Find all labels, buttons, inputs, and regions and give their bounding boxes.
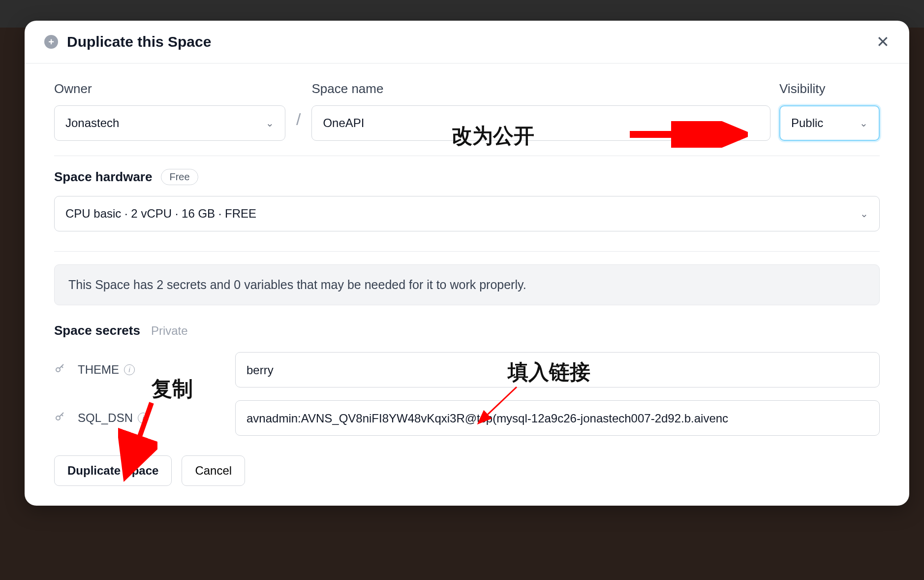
chevron-down-icon: ⌄ <box>860 208 868 220</box>
arrow-to-sqldsn <box>472 384 522 428</box>
hardware-header: Space hardware Free <box>54 169 880 185</box>
visibility-label: Visibility <box>779 81 880 97</box>
svg-line-5 <box>127 403 152 473</box>
key-icon <box>54 362 68 377</box>
owner-label: Owner <box>54 81 285 97</box>
owner-value: Jonastech <box>65 116 119 130</box>
slash-separator: / <box>294 110 303 129</box>
svg-line-7 <box>479 387 517 422</box>
plus-icon: + <box>44 35 58 49</box>
button-row: Duplicate Space Cancel <box>54 455 880 486</box>
space-name-label: Space name <box>311 81 770 97</box>
secrets-header: Space secrets Private <box>54 323 880 338</box>
hardware-value: CPU basic · 2 vCPU · 16 GB · FREE <box>65 207 256 221</box>
chevron-down-icon: ⌄ <box>266 117 274 129</box>
space-name-value: OneAPI <box>323 116 364 130</box>
arrow-to-visibility <box>630 121 748 148</box>
secret-name: THEME i <box>78 363 225 377</box>
close-button[interactable]: ✕ <box>876 34 890 50</box>
secret-theme-input[interactable]: berry <box>235 352 880 387</box>
secret-row-theme: THEME i berry <box>54 352 880 387</box>
owner-select[interactable]: Jonastech ⌄ <box>54 105 285 141</box>
visibility-select[interactable]: Public ⌄ <box>779 105 880 141</box>
secret-row-sqldsn: SQL_DSN i avnadmin:AVNS_QV8niFI8YW48vKqx… <box>54 400 880 436</box>
info-icon[interactable]: i <box>124 364 135 375</box>
chevron-down-icon: ⌄ <box>860 117 868 129</box>
visibility-field: Visibility Public ⌄ <box>779 81 880 141</box>
name-row: Owner Jonastech ⌄ / Space name OneAPI Vi… <box>54 81 880 141</box>
secrets-title: Space secrets <box>54 323 140 338</box>
hardware-select[interactable]: CPU basic · 2 vCPU · 16 GB · FREE ⌄ <box>54 196 880 231</box>
secret-input-wrapper: berry <box>235 352 880 387</box>
divider <box>54 156 880 156</box>
secret-name-text: THEME <box>78 363 119 377</box>
hardware-label: Space hardware <box>54 169 152 185</box>
secret-sqldsn-input[interactable]: avnadmin:AVNS_QV8niFI8YW48vKqxi3R@tcp(my… <box>235 400 880 436</box>
visibility-value: Public <box>791 116 823 130</box>
modal-title: Duplicate this Space <box>67 33 211 50</box>
modal-header: + Duplicate this Space ✕ <box>25 21 909 64</box>
secrets-private-label: Private <box>151 324 188 338</box>
secrets-info-box: This Space has 2 secrets and 0 variables… <box>54 264 880 305</box>
cancel-button[interactable]: Cancel <box>182 455 245 486</box>
close-icon: ✕ <box>876 33 890 51</box>
key-icon <box>54 411 68 425</box>
divider <box>54 251 880 252</box>
secret-input-wrapper: avnadmin:AVNS_QV8niFI8YW48vKqxi3R@tcp(my… <box>235 400 880 436</box>
owner-field: Owner Jonastech ⌄ <box>54 81 285 141</box>
free-badge: Free <box>161 169 198 185</box>
arrow-to-duplicate <box>118 399 157 483</box>
